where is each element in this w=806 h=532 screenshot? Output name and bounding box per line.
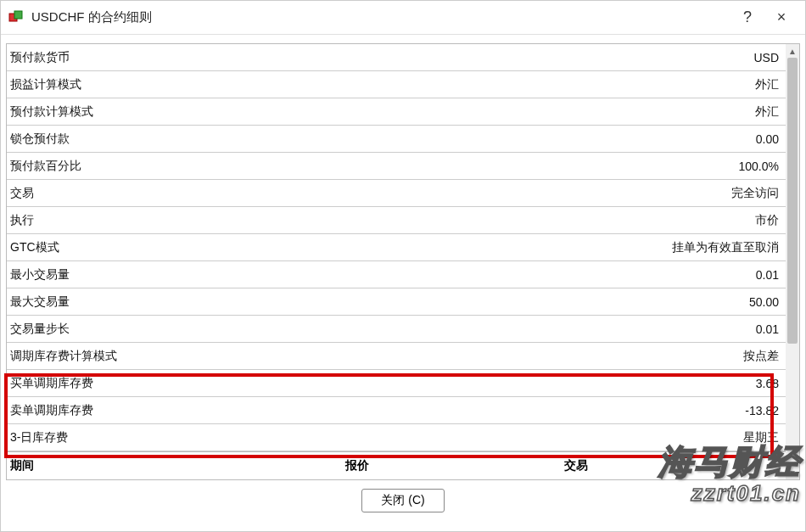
table-row: 调期库存费计算模式按点差 — [7, 343, 786, 370]
row-label: 最小交易量 — [10, 267, 756, 283]
table-row: 预付款货币USD — [7, 44, 786, 71]
table-row: 买单调期库存费3.68 — [7, 370, 786, 397]
row-value: 100.0% — [739, 160, 781, 173]
column-header-period: 期间 — [10, 458, 345, 473]
row-label: 预付款计算模式 — [10, 104, 755, 120]
row-value: 外汇 — [755, 104, 781, 120]
table-row: 交易量步长0.01 — [7, 316, 786, 343]
row-label: 执行 — [10, 213, 755, 228]
row-value: 0.01 — [756, 322, 781, 336]
row-label: 预付款百分比 — [10, 159, 739, 174]
table-row: 3-日库存费星期三 — [7, 424, 786, 451]
row-label: 买单调期库存费 — [10, 376, 756, 391]
close-window-button[interactable]: × — [764, 1, 798, 35]
table-row: 预付款百分比100.0% — [7, 153, 786, 180]
row-value: 星期三 — [743, 430, 781, 445]
table-row: 卖单调期库存费-13.82 — [7, 397, 786, 424]
help-button[interactable]: ? — [730, 1, 764, 35]
table-row: 预付款计算模式外汇 — [7, 98, 786, 126]
table-row: 交易完全访问 — [7, 180, 786, 207]
column-header-trade: 交易 — [564, 458, 782, 473]
vertical-scrollbar[interactable]: ▲ ▼ — [786, 44, 799, 479]
table-row: 锁仓预付款0.00 — [7, 126, 786, 153]
row-label: 交易 — [10, 186, 731, 201]
table-row: 执行市价 — [7, 207, 786, 234]
table-row: 最小交易量0.01 — [7, 261, 786, 288]
details-grid-wrap: 预付款货币USD 损益计算模式外汇 预付款计算模式外汇 锁仓预付款0.00 预付… — [6, 43, 800, 480]
table-row: 最大交易量50.00 — [7, 288, 786, 316]
row-value: 外汇 — [755, 77, 781, 92]
row-value: 按点差 — [743, 349, 781, 364]
help-icon: ? — [743, 8, 752, 26]
column-header-quote: 报价 — [345, 458, 564, 473]
app-icon — [8, 9, 25, 26]
row-value: -13.82 — [745, 404, 781, 417]
row-label: 卖单调期库存费 — [10, 403, 745, 418]
row-label: 最大交易量 — [10, 294, 749, 310]
row-value: USD — [753, 51, 781, 64]
row-label: GTC模式 — [10, 240, 672, 255]
table-row: GTC模式挂单为有效直至取消 — [7, 234, 786, 261]
scroll-down-icon[interactable]: ▼ — [786, 466, 799, 479]
table-row: 损益计算模式外汇 — [7, 71, 786, 98]
row-label: 交易量步长 — [10, 322, 756, 337]
row-label: 3-日库存费 — [10, 430, 743, 445]
titlebar: USDCHF 的合约细则 ? × — [1, 1, 805, 35]
row-label: 调期库存费计算模式 — [10, 349, 743, 364]
dialog-window: USDCHF 的合约细则 ? × 预付款货币USD 损益计算模式外汇 预付款计算… — [0, 0, 806, 532]
scrollbar-track[interactable] — [786, 58, 799, 466]
row-value: 完全访问 — [731, 186, 781, 201]
row-label: 预付款货币 — [10, 50, 753, 65]
row-label: 损益计算模式 — [10, 77, 755, 92]
row-value: 挂单为有效直至取消 — [672, 240, 781, 255]
column-header-row: 期间 报价 交易 — [7, 451, 786, 479]
row-value: 3.68 — [756, 377, 781, 390]
dialog-footer: 关闭 (C) — [6, 480, 800, 524]
scroll-up-icon[interactable]: ▲ — [786, 44, 799, 58]
svg-rect-1 — [14, 11, 22, 19]
scrollbar-thumb[interactable] — [787, 58, 798, 344]
close-icon: × — [777, 8, 786, 26]
content-area: 预付款货币USD 损益计算模式外汇 预付款计算模式外汇 锁仓预付款0.00 预付… — [1, 35, 805, 531]
row-value: 市价 — [755, 213, 781, 228]
close-button[interactable]: 关闭 (C) — [361, 489, 444, 512]
row-label: 锁仓预付款 — [10, 132, 756, 147]
row-value: 50.00 — [749, 295, 781, 309]
details-grid: 预付款货币USD 损益计算模式外汇 预付款计算模式外汇 锁仓预付款0.00 预付… — [7, 44, 786, 479]
window-title: USDCHF 的合约细则 — [31, 9, 730, 25]
row-value: 0.00 — [756, 132, 781, 146]
row-value: 0.01 — [756, 268, 781, 282]
